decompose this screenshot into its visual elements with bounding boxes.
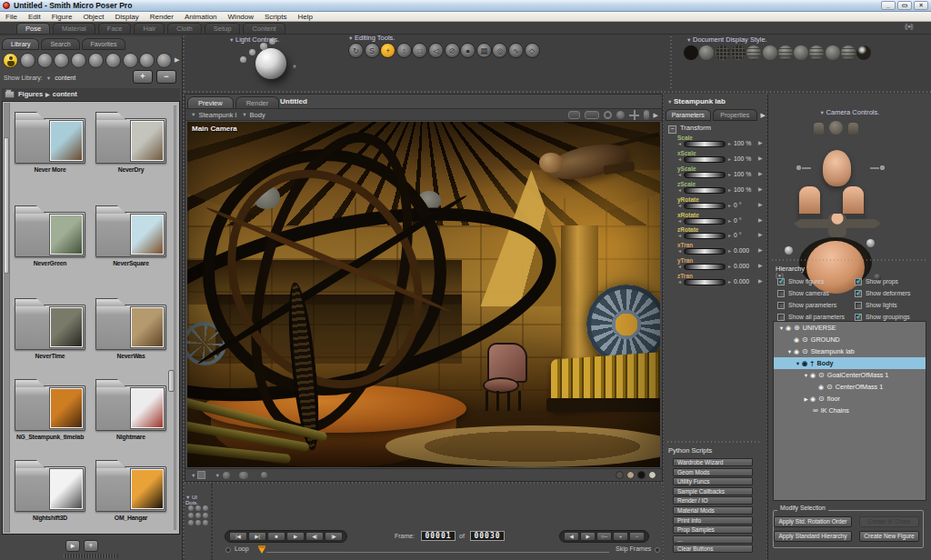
dial-options-arrow-icon[interactable]: ▶ [758, 185, 763, 192]
dial-xscale[interactable] [684, 156, 726, 163]
menu-help[interactable]: Help [292, 13, 317, 21]
dial-zrotate[interactable] [684, 233, 726, 239]
document-color-dot-3[interactable] [637, 471, 646, 479]
dial-options-arrow-icon[interactable]: ▶ [758, 277, 763, 284]
document-color-dot-1[interactable] [616, 471, 624, 479]
button-apply-std-rotation-order[interactable]: Apply Std. Rotation Order [774, 516, 852, 527]
viewport[interactable]: Main Camera [187, 122, 660, 467]
ui-dot[interactable] [195, 505, 201, 511]
next-keyframe-button[interactable]: ▶ [580, 532, 596, 541]
play-button[interactable]: ▶ [286, 532, 305, 541]
tab-face[interactable]: Face [98, 23, 132, 34]
multi-ball-icon[interactable] [239, 472, 248, 479]
tracking-mode-icon[interactable] [223, 472, 230, 479]
ui-dot[interactable] [203, 513, 208, 518]
minimize-button[interactable]: _ [881, 1, 896, 10]
dial-value-ztran[interactable]: 0.000 [734, 278, 749, 285]
ui-dot[interactable] [195, 513, 201, 518]
hands-category-icon[interactable] [71, 53, 86, 68]
camera-name-label[interactable]: Main Camera [192, 125, 237, 133]
expressions-category-icon[interactable] [37, 53, 53, 68]
translate-in-out-tool-icon[interactable]: ↕ [396, 43, 412, 58]
menu-display[interactable]: Display [110, 13, 145, 21]
drag-handle[interactable] [64, 554, 118, 558]
library-size-slider[interactable] [174, 105, 176, 530]
python-button-print-info[interactable]: Print Info [673, 516, 753, 525]
dial-yrotate[interactable] [684, 203, 726, 209]
ui-dot[interactable] [188, 513, 194, 518]
current-frame-field[interactable]: 00001 [421, 531, 455, 541]
dial-value-yscale[interactable]: 100 % [734, 171, 751, 177]
library-folder[interactable] [95, 385, 166, 431]
library-folder[interactable] [95, 118, 166, 164]
library-folder[interactable] [95, 305, 166, 350]
light-indicator-1[interactable] [240, 56, 246, 63]
tab-setup[interactable]: Setup [205, 23, 241, 34]
breadcrumb-current[interactable]: content [53, 90, 77, 98]
menu-scripts[interactable]: Scripts [259, 13, 292, 21]
tabs-more-arrow-icon[interactable]: ▶ [761, 112, 766, 119]
add-item-button[interactable]: + [84, 540, 98, 552]
tab-material[interactable]: Material [53, 23, 95, 34]
light-indicator-4[interactable] [269, 38, 275, 45]
scrollbar-thumb[interactable] [4, 137, 9, 274]
camera-pan-icon[interactable] [629, 110, 639, 120]
button-create-new-figure[interactable]: Create New Figure [859, 531, 919, 542]
dial-ytran[interactable] [684, 264, 726, 270]
depth-cue-icon[interactable] [261, 472, 267, 478]
flat-lined-style-icon[interactable] [778, 45, 793, 60]
chevron-down-icon[interactable]: ▼ [191, 473, 195, 478]
dial-value-yrotate[interactable]: 0 ° [734, 202, 741, 208]
props-category-icon[interactable] [88, 53, 104, 68]
view-magnifier-tool-icon[interactable]: ◎ [492, 43, 507, 58]
figures-category-icon[interactable] [3, 53, 18, 68]
outline-style-icon[interactable] [699, 45, 714, 60]
show-library-value[interactable]: content [55, 75, 75, 81]
library-folder[interactable] [95, 466, 166, 512]
grouping-tool-icon[interactable]: ▦ [476, 43, 492, 58]
direct-manipulation-tool-icon[interactable]: ◇ [525, 43, 540, 58]
dial-options-arrow-icon[interactable]: ▶ [758, 201, 763, 207]
cartoon-with-line-style-icon[interactable] [809, 45, 824, 60]
dial-value-ytran[interactable]: 0.000 [734, 263, 749, 269]
menu-animation[interactable]: Animation [179, 13, 223, 21]
select-camera-icon[interactable] [568, 111, 580, 119]
dial-value-scale[interactable]: 100 % [734, 140, 751, 146]
figure-dropdown[interactable]: Steampunk l [198, 111, 236, 119]
dial-value-zscale[interactable]: 100 % [734, 186, 751, 193]
add-keyframe-button[interactable]: + [613, 532, 628, 541]
parameters-tab-properties[interactable]: Properties [713, 109, 758, 121]
library-tab-favorites[interactable]: Favorites [82, 38, 126, 50]
dial-value-xscale[interactable]: 100 % [734, 155, 751, 162]
chain-break-tool-icon[interactable]: ⊘ [445, 43, 460, 58]
library-folder[interactable] [95, 212, 166, 257]
background-color-swatch[interactable] [197, 471, 205, 479]
dial-value-zrotate[interactable]: 0 ° [734, 232, 741, 238]
lit-wireframe-style-icon[interactable] [746, 45, 761, 60]
color-tool-icon[interactable]: ● [460, 43, 476, 58]
dial-ztran[interactable] [684, 279, 726, 285]
dial-options-arrow-icon[interactable]: ▶ [758, 155, 763, 161]
poses-category-icon[interactable] [20, 53, 35, 68]
python-button-sample-callbacks[interactable]: Sample Callbacks [673, 487, 753, 495]
folder-up-button[interactable]: ▸ [65, 540, 80, 552]
library-folder[interactable] [15, 212, 85, 257]
ui-dot[interactable] [188, 520, 194, 525]
chevron-down-icon[interactable]: ▼ [191, 112, 195, 117]
tab-content[interactable]: Content [243, 23, 285, 34]
step-back-button[interactable]: ◀| [305, 532, 324, 541]
python-button-[interactable]: ... [673, 535, 753, 544]
step-forward-button[interactable]: |▶ [325, 532, 343, 541]
more-controls-arrow-icon[interactable]: ▶ [654, 112, 658, 119]
dial-value-xtran[interactable]: 0.000 [734, 247, 749, 254]
library-folder[interactable] [15, 385, 85, 431]
tab-pose[interactable]: Pose [16, 23, 50, 34]
dial-options-arrow-icon[interactable]: ▶ [758, 139, 763, 145]
dial-options-arrow-icon[interactable]: ▶ [758, 262, 763, 268]
restore-button[interactable]: ▭ [897, 1, 912, 10]
python-button-render-io[interactable]: Render / IO [673, 496, 753, 505]
dial-xrotate[interactable] [684, 218, 726, 225]
menu-file[interactable]: File [0, 13, 23, 21]
camera-list-icon[interactable] [585, 111, 599, 119]
menu-figure[interactable]: Figure [46, 13, 78, 21]
